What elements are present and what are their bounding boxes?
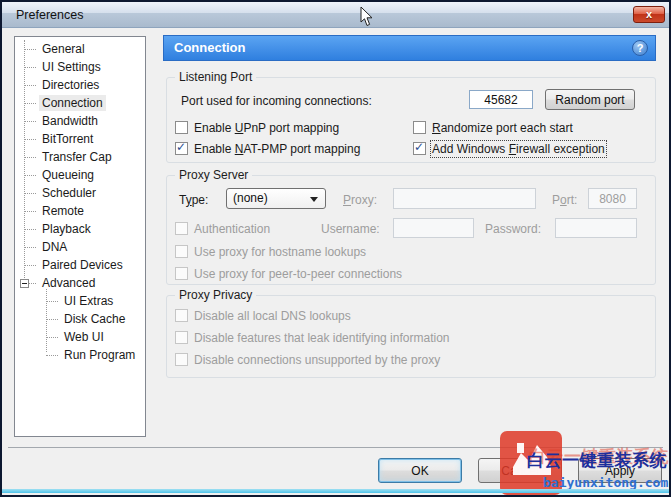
sidebar-item-playback[interactable]: Playback [15, 220, 145, 238]
port-input[interactable] [469, 90, 533, 109]
proxy-p2p-label: Use proxy for peer-to-peer connections [194, 267, 402, 281]
disable-unsupported-label: Disable connections unsupported by the p… [194, 353, 440, 367]
sidebar-item-bittorrent[interactable]: BitTorrent [15, 130, 145, 148]
proxy-privacy-group: Proxy Privacy Disable all local DNS look… [166, 295, 656, 378]
sidebar-item-web-ui[interactable]: Web UI [15, 328, 145, 346]
chevron-down-icon [310, 197, 318, 202]
proxy-port-input [588, 188, 637, 209]
group-label: Proxy Server [175, 168, 252, 182]
sidebar-item-scheduler[interactable]: Scheduler [15, 184, 145, 202]
password-label: Password: [485, 222, 541, 236]
proxy-hostname-label: Use proxy for hostname lookups [194, 245, 366, 259]
sidebar-item-advanced[interactable]: Advanced [15, 274, 145, 292]
watermark-domain: baiyunxitong.com [543, 475, 668, 490]
watermark-title: 白云一键重装系统 [527, 449, 671, 472]
proxy-p2p-checkbox [175, 267, 188, 280]
proxy-hostname-checkbox [175, 245, 188, 258]
collapse-icon[interactable] [20, 279, 29, 288]
listening-port-group: Listening Port Port used for incoming co… [166, 77, 656, 163]
help-icon[interactable]: ? [632, 40, 648, 56]
proxy-host-input [393, 188, 536, 209]
sidebar-item-dna[interactable]: DNA [15, 238, 145, 256]
disable-unsupported-checkbox [175, 353, 188, 366]
firewall-exception-label: Add Windows Firewall exception [432, 142, 605, 156]
proxy-server-group: Proxy Server Type: (none) Proxy: Port: A… [166, 175, 656, 285]
close-button[interactable]: x [633, 6, 665, 23]
authentication-checkbox [175, 222, 188, 235]
proxy-port-label: Port: [552, 193, 577, 207]
natpmp-label: Enable NAT-PMP port mapping [194, 142, 360, 156]
sidebar-item-disk-cache[interactable]: Disk Cache [15, 310, 145, 328]
close-icon: x [646, 8, 652, 20]
username-input [393, 218, 474, 238]
page-title: Connection [174, 40, 246, 55]
firewall-exception-checkbox[interactable]: ✓ [413, 142, 426, 155]
footer-divider [8, 447, 663, 448]
sidebar-item-queueing[interactable]: Queueing [15, 166, 145, 184]
authentication-label: Authentication [194, 222, 270, 236]
randomize-port-label: Randomize port each start [432, 121, 573, 135]
incoming-port-label: Port used for incoming connections: [181, 94, 372, 108]
sidebar-item-general[interactable]: General [15, 40, 145, 58]
proxy-type-dropdown[interactable]: (none) [226, 188, 326, 209]
disable-dns-checkbox [175, 309, 188, 322]
proxy-type-label: Type: [179, 193, 208, 207]
window-title: Preferences [16, 8, 83, 22]
password-input [555, 218, 637, 238]
sidebar-item-run-program[interactable]: Run Program [15, 346, 145, 364]
sidebar-item-bandwidth[interactable]: Bandwidth [15, 112, 145, 130]
randomize-port-checkbox[interactable] [413, 121, 426, 134]
disable-leak-checkbox [175, 331, 188, 344]
sidebar-item-remote[interactable]: Remote [15, 202, 145, 220]
sidebar-item-ui-settings[interactable]: UI Settings [15, 58, 145, 76]
random-port-button[interactable]: Random port [545, 89, 635, 110]
proxy-host-label: Proxy: [343, 193, 377, 207]
upnp-checkbox[interactable] [175, 121, 188, 134]
titlebar[interactable]: Preferences x [2, 2, 669, 28]
upnp-label: Enable UPnP port mapping [194, 121, 339, 135]
group-label: Listening Port [175, 70, 256, 84]
ok-button[interactable]: OK [378, 458, 462, 483]
username-label: Username: [321, 222, 380, 236]
window-bottom-glow [2, 489, 669, 493]
page-title-bar: Connection ? [163, 35, 656, 61]
sidebar-item-paired-devices[interactable]: Paired Devices [15, 256, 145, 274]
mouse-cursor-icon [360, 6, 374, 27]
preferences-dialog: Preferences x General UI Settings Direct… [0, 0, 671, 497]
sidebar-item-ui-extras[interactable]: UI Extras [15, 292, 145, 310]
settings-tree: General UI Settings Directories Connecti… [14, 36, 146, 437]
disable-leak-label: Disable features that leak identifying i… [194, 331, 449, 345]
proxy-type-value: (none) [233, 191, 268, 205]
sidebar-item-directories[interactable]: Directories [15, 76, 145, 94]
natpmp-checkbox[interactable]: ✓ [175, 142, 188, 155]
disable-dns-label: Disable all local DNS lookups [194, 309, 351, 323]
sidebar-item-transfer-cap[interactable]: Transfer Cap [15, 148, 145, 166]
group-label: Proxy Privacy [175, 288, 256, 302]
sidebar-item-connection[interactable]: Connection [15, 94, 145, 112]
